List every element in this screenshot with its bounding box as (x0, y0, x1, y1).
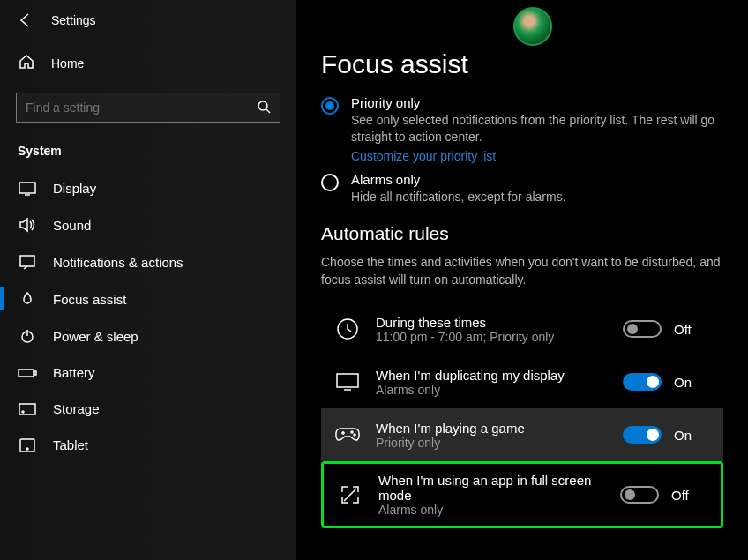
clock-icon (333, 317, 362, 340)
svg-rect-1 (19, 183, 35, 193)
radio-alarms-only[interactable]: Alarms only Hide all notifications, exce… (321, 172, 723, 205)
back-button[interactable] (18, 12, 34, 28)
svg-rect-6 (19, 404, 35, 414)
tablet-icon (18, 438, 37, 452)
sidebar-item-battery[interactable]: Battery (0, 355, 296, 391)
fullscreen-icon (336, 483, 364, 506)
radio-label: Alarms only (351, 172, 566, 187)
radio-unselected-icon[interactable] (321, 174, 339, 191)
rule-duplicating-display[interactable]: When I'm duplicating my display Alarms o… (321, 355, 723, 408)
svg-point-12 (351, 431, 353, 433)
sidebar-item-display[interactable]: Display (0, 170, 296, 206)
page-title: Focus assist (321, 49, 723, 79)
sidebar-item-power[interactable]: Power & sleep (0, 317, 296, 355)
radio-description: Hide all notifications, except for alarm… (351, 189, 566, 205)
focus-assist-icon (18, 291, 37, 307)
sidebar-item-label: Power & sleep (53, 329, 138, 344)
rule-title: When I'm playing a game (376, 421, 609, 436)
sidebar-item-storage[interactable]: Storage (0, 391, 296, 427)
radio-description: See only selected notifications from the… (351, 112, 723, 146)
toggle-state-label: Off (674, 322, 692, 337)
rule-toggle[interactable] (620, 486, 659, 504)
sidebar-item-home[interactable]: Home (0, 46, 296, 80)
svg-rect-4 (19, 370, 34, 377)
sidebar-section-label: System (0, 138, 296, 170)
svg-rect-5 (34, 371, 36, 375)
search-field[interactable] (26, 101, 237, 115)
customize-priority-link[interactable]: Customize your priority list (351, 149, 723, 163)
battery-icon (18, 367, 37, 379)
automatic-rules-heading: Automatic rules (321, 223, 723, 244)
svg-point-0 (258, 101, 267, 110)
sidebar-item-notifications[interactable]: Notifications & actions (0, 243, 296, 280)
svg-point-7 (22, 411, 24, 413)
app-title: Settings (51, 13, 96, 27)
svg-rect-2 (20, 256, 34, 266)
home-icon (18, 53, 35, 73)
main-content: Focus assist Priority only See only sele… (296, 0, 748, 560)
sound-icon (18, 217, 37, 233)
sidebar-item-label: Display (53, 181, 96, 196)
rule-subtitle: 11:00 pm - 7:00 am; Priority only (376, 330, 609, 344)
search-input[interactable] (16, 93, 280, 123)
sidebar-item-sound[interactable]: Sound (0, 206, 296, 243)
sidebar: Settings Home System Display Sound Notif… (0, 0, 296, 560)
avatar[interactable] (513, 7, 552, 46)
radio-label: Priority only (351, 95, 723, 110)
gamepad-icon (333, 426, 362, 444)
notifications-icon (18, 254, 37, 270)
radio-selected-icon[interactable] (321, 97, 339, 115)
sidebar-item-label: Focus assist (53, 292, 126, 307)
sidebar-item-label: Notifications & actions (53, 255, 183, 270)
svg-point-9 (26, 448, 28, 450)
rule-toggle[interactable] (623, 373, 662, 391)
automatic-rules-description: Choose the times and activities when you… (321, 253, 723, 289)
sidebar-home-label: Home (51, 56, 84, 71)
svg-point-13 (354, 434, 355, 436)
rule-toggle[interactable] (623, 426, 662, 444)
rule-title: When I'm duplicating my display (376, 368, 609, 383)
rule-title: When I'm using an app in full screen mod… (378, 473, 606, 503)
rule-subtitle: Priority only (376, 436, 609, 450)
power-icon (18, 328, 37, 344)
rule-playing-game[interactable]: When I'm playing a game Priority only On (321, 408, 723, 461)
toggle-state-label: On (674, 375, 692, 390)
sidebar-item-focus-assist[interactable]: Focus assist (0, 280, 296, 317)
display-duplicate-icon (333, 372, 362, 392)
sidebar-item-label: Tablet (53, 437, 88, 452)
toggle-state-label: On (674, 428, 692, 443)
rule-toggle[interactable] (623, 320, 662, 338)
rule-subtitle: Alarms only (378, 503, 606, 517)
sidebar-item-label: Battery (53, 365, 95, 380)
sidebar-item-label: Sound (53, 218, 91, 233)
sidebar-item-label: Storage (53, 401, 100, 416)
rule-during-times[interactable]: During these times 11:00 pm - 7:00 am; P… (321, 302, 723, 355)
storage-icon (18, 403, 37, 415)
rule-subtitle: Alarms only (376, 383, 609, 397)
svg-rect-11 (337, 374, 358, 387)
radio-priority-only[interactable]: Priority only See only selected notifica… (321, 95, 723, 163)
rule-title: During these times (376, 315, 609, 330)
sidebar-item-tablet[interactable]: Tablet (0, 427, 296, 463)
display-icon (18, 182, 37, 196)
rule-fullscreen-app[interactable]: When I'm using an app in full screen mod… (321, 461, 723, 528)
search-icon (257, 100, 271, 116)
toggle-state-label: Off (671, 488, 689, 503)
